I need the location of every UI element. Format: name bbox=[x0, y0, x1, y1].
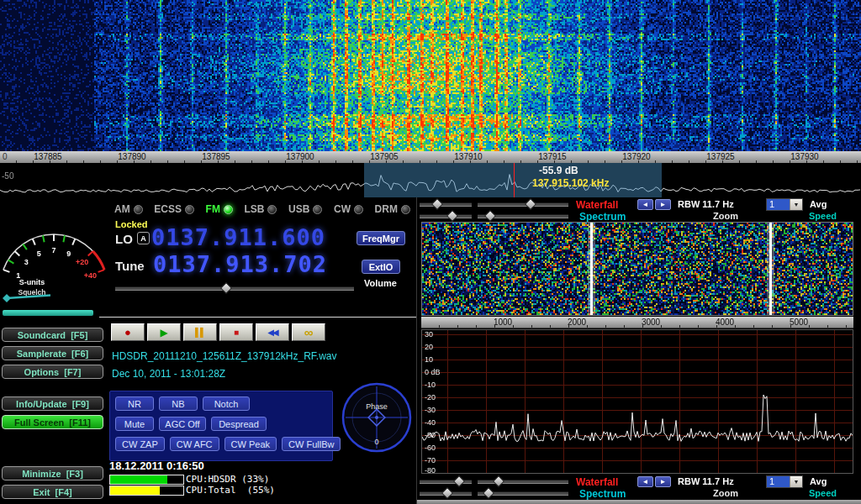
smeter-needle bbox=[7, 296, 50, 299]
play-button[interactable]: ▶ bbox=[147, 323, 181, 341]
lower-spectrum-gain-slider[interactable] bbox=[420, 488, 472, 497]
db-grid-label: -80 bbox=[425, 467, 436, 475]
upper-zoom-slider[interactable] bbox=[478, 211, 568, 220]
upper-avg-select[interactable]: 1 ▼ bbox=[766, 198, 803, 211]
upper-shift-left-button[interactable]: ◄ bbox=[637, 199, 653, 210]
cpu-hdsdr-meter bbox=[109, 475, 184, 485]
divider bbox=[99, 317, 416, 318]
freq-scale-label: 137930 bbox=[790, 152, 818, 161]
smeter-tick-label: 3 bbox=[24, 258, 29, 266]
dsp-cwfullbw-button[interactable]: CW FullBw bbox=[282, 437, 341, 451]
passband-highlight[interactable] bbox=[364, 163, 662, 197]
date-time-display: 18.12.2011 0:16:50 bbox=[109, 459, 204, 472]
cpu-total-bar bbox=[110, 486, 160, 495]
upper-spectrum-gain-slider[interactable] bbox=[420, 211, 472, 220]
s-meter-gauge[interactable]: 1 3 5 7 9 +20 +40 S-units Squelch bbox=[2, 200, 106, 307]
upper-waterfall-brightness-slider[interactable] bbox=[420, 199, 472, 208]
audio-waterfall-frame bbox=[421, 222, 853, 316]
volume-label: Volume bbox=[364, 278, 397, 288]
upper-spectrum-controls: Spectrum Zoom Speed bbox=[417, 211, 861, 222]
info-update-button[interactable]: Info/Update [F9] bbox=[2, 396, 103, 411]
mode-am[interactable]: AM bbox=[114, 203, 143, 215]
rewind-button[interactable]: ◀◀ bbox=[256, 323, 289, 341]
options-button[interactable]: Options [F7] bbox=[2, 365, 103, 379]
locked-indicator: Locked bbox=[115, 219, 148, 229]
upper-waterfall-contrast-slider[interactable] bbox=[478, 199, 568, 208]
exit-button[interactable]: Exit [F4] bbox=[2, 485, 103, 499]
dropdown-arrow-icon[interactable]: ▼ bbox=[790, 476, 802, 487]
tune-frequency-display[interactable]: 0137.913.702 bbox=[153, 253, 327, 276]
dsp-nr-button[interactable]: NR bbox=[115, 396, 154, 411]
fullscreen-button[interactable]: Full Screen [F11] bbox=[2, 415, 103, 429]
upper-spectrum-label[interactable]: Spectrum bbox=[579, 211, 626, 223]
volume-slider[interactable] bbox=[115, 283, 354, 292]
upper-waterfall-label[interactable]: Waterfall bbox=[576, 199, 618, 211]
lo-frequency-display[interactable]: 0137.911.600 bbox=[151, 226, 325, 249]
mode-ecss[interactable]: ECSS bbox=[154, 203, 194, 215]
smeter-tick-label: +20 bbox=[76, 258, 88, 266]
volume-slider-thumb[interactable] bbox=[220, 282, 232, 294]
freq-scale-label: 137915 bbox=[538, 152, 566, 161]
loop-icon: ∞ bbox=[304, 325, 314, 339]
mode-drm[interactable]: DRM bbox=[375, 203, 410, 215]
loop-button[interactable]: ∞ bbox=[292, 323, 325, 341]
dsp-agc-button[interactable]: AGC Off bbox=[159, 417, 206, 431]
extio-button[interactable]: ExtIO bbox=[362, 260, 400, 274]
lower-shift-left-button[interactable]: ◄ bbox=[637, 476, 653, 487]
bottom-scrollbar[interactable] bbox=[417, 500, 861, 504]
upper-shift-right-button[interactable]: ► bbox=[655, 199, 671, 210]
lower-zoom-slider[interactable] bbox=[478, 488, 568, 497]
mode-cw[interactable]: CW bbox=[334, 203, 363, 215]
freqmgr-button[interactable]: FreqMgr bbox=[357, 231, 405, 245]
mode-lsb[interactable]: LSB bbox=[244, 203, 277, 215]
smeter-units-label: S-units bbox=[19, 278, 45, 286]
main-waterfall[interactable] bbox=[0, 0, 861, 151]
mode-usb[interactable]: USB bbox=[288, 203, 322, 215]
recording-date: Dec 10, 2011 - 13:01:28Z bbox=[112, 368, 225, 380]
upper-zoom-label: Zoom bbox=[713, 211, 738, 221]
smeter-tick-label: +40 bbox=[84, 271, 97, 280]
squelch-pointer-icon[interactable] bbox=[3, 294, 11, 302]
lower-spectrum-label[interactable]: Spectrum bbox=[579, 488, 626, 500]
dsp-despread-button[interactable]: Despread bbox=[211, 417, 267, 431]
lower-waterfall-contrast-slider[interactable] bbox=[478, 476, 568, 486]
lower-waterfall-brightness-slider[interactable] bbox=[420, 476, 472, 486]
dsp-mute-button[interactable]: Mute bbox=[115, 417, 154, 431]
audio-frequency-scale[interactable]: 1000 2000 3000 4000 5000 bbox=[421, 317, 853, 328]
tune-label: Tune bbox=[115, 259, 145, 273]
smeter-red-zone bbox=[93, 251, 105, 270]
dsp-cwafc-button[interactable]: CW AFC bbox=[170, 437, 219, 451]
spectrum-overview[interactable]: -50 -55.9 dB 137.915.102 kHz bbox=[0, 163, 861, 197]
mode-fm[interactable]: FM bbox=[206, 203, 233, 215]
audio-scale-label: 2000 bbox=[568, 318, 586, 327]
dropdown-arrow-icon[interactable]: ▼ bbox=[790, 199, 802, 210]
upper-speed-label: Speed bbox=[809, 211, 837, 221]
dsp-cwpeak-button[interactable]: CW Peak bbox=[224, 437, 277, 451]
lower-avg-select[interactable]: 1 ▼ bbox=[766, 475, 803, 488]
dsp-cwzap-button[interactable]: CW ZAP bbox=[115, 437, 165, 451]
lock-badge-icon[interactable]: A bbox=[137, 232, 150, 244]
lower-avg-label: Avg bbox=[810, 476, 827, 486]
recording-filename: HDSDR_20111210_125611Z_137912kHz_RF.wav bbox=[112, 350, 337, 362]
stop-button[interactable]: ■ bbox=[219, 323, 253, 341]
samplerate-button[interactable]: Samplerate [F6] bbox=[2, 346, 103, 360]
audio-spectrum[interactable] bbox=[422, 330, 853, 473]
phase-label: Phase bbox=[341, 402, 412, 411]
soundcard-button[interactable]: Soundcard [F5] bbox=[2, 328, 103, 342]
frequency-scale[interactable]: 0 137885 137890 137895 137900 137905 137… bbox=[0, 151, 861, 164]
minimize-button[interactable]: Minimize [F3] bbox=[2, 466, 103, 480]
freq-scale-label: 137900 bbox=[286, 152, 314, 161]
pause-button[interactable]: ▌▌ bbox=[183, 323, 217, 341]
lower-waterfall-label[interactable]: Waterfall bbox=[576, 476, 618, 488]
freq-scale-label: 137925 bbox=[706, 152, 734, 161]
lower-shift-right-button[interactable]: ► bbox=[655, 476, 671, 487]
audio-waterfall[interactable] bbox=[422, 223, 853, 315]
freq-scale-label: 137885 bbox=[34, 152, 61, 161]
dsp-nb-button[interactable]: NB bbox=[159, 396, 198, 411]
mode-led-icon bbox=[185, 205, 194, 214]
db-grid-label: -40 bbox=[425, 419, 436, 427]
phase-scope[interactable]: Phase 0 bbox=[341, 382, 412, 453]
db-grid-label: -20 bbox=[425, 394, 436, 402]
dsp-notch-button[interactable]: Notch bbox=[203, 396, 250, 411]
record-button[interactable]: ● bbox=[111, 323, 145, 341]
